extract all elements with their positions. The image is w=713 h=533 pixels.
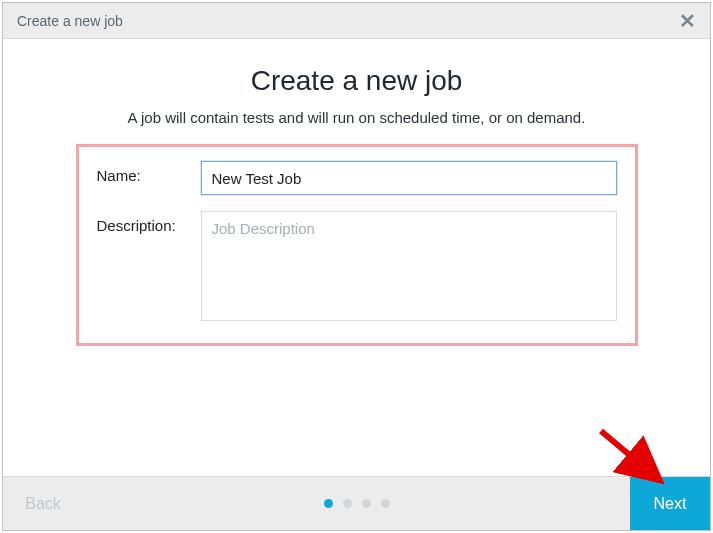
page-title: Create a new job [3, 65, 710, 97]
next-button[interactable]: Next [630, 477, 710, 530]
step-dot-4[interactable] [381, 499, 390, 508]
dialog: Create a new job ✕ Create a new job A jo… [2, 2, 711, 531]
step-indicator [83, 477, 630, 530]
dialog-header: Create a new job ✕ [3, 3, 710, 39]
description-label: Description: [97, 211, 201, 234]
description-field-wrap [201, 211, 617, 325]
form-row-description: Description: [97, 211, 617, 325]
description-input[interactable] [201, 211, 617, 321]
name-field-wrap [201, 161, 617, 195]
name-input[interactable] [201, 161, 617, 195]
dialog-content: Create a new job A job will contain test… [3, 39, 710, 476]
form-row-name: Name: [97, 161, 617, 195]
close-icon[interactable]: ✕ [679, 9, 696, 33]
step-dot-1[interactable] [324, 499, 333, 508]
page-subtitle: A job will contain tests and will run on… [3, 109, 710, 126]
name-label: Name: [97, 161, 201, 184]
form-highlight-box: Name: Description: [76, 144, 638, 346]
dialog-footer: Back Next [3, 476, 710, 530]
step-dot-3[interactable] [362, 499, 371, 508]
step-dot-2[interactable] [343, 499, 352, 508]
dialog-header-title: Create a new job [17, 13, 123, 29]
back-button[interactable]: Back [3, 477, 83, 530]
